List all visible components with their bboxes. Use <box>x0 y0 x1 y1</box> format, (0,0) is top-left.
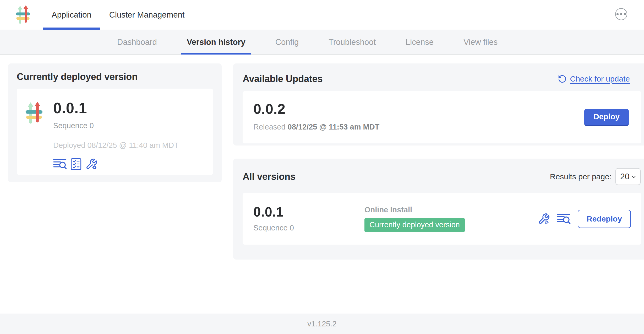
app-logo-arrows-icon <box>25 102 43 125</box>
deploy-button[interactable]: Deploy <box>584 109 629 126</box>
app-logo-arrows-icon <box>16 5 31 25</box>
row-version-number: 0.0.1 <box>253 205 364 219</box>
subnav-tab-view-files[interactable]: View files <box>458 30 503 54</box>
tab-application[interactable]: Application <box>43 0 100 30</box>
redeploy-button[interactable]: Redeploy <box>578 210 631 228</box>
deployed-version-number: 0.0.1 <box>53 101 179 116</box>
row-sequence: Sequence 0 <box>253 224 364 232</box>
deployed-timestamp: Deployed 08/12/25 @ 11:40 am MDT <box>53 141 179 150</box>
version-row-actions: Redeploy <box>538 210 641 228</box>
app-subnav: Dashboard Version history Config Trouble… <box>0 30 644 55</box>
view-logs-icon[interactable] <box>53 158 67 170</box>
preflight-checks-icon[interactable] <box>71 158 81 170</box>
all-versions-title: All versions <box>243 171 296 182</box>
version-row-status: Online Install Currently deployed versio… <box>364 206 538 232</box>
update-version-number: 0.0.2 <box>253 102 641 116</box>
version-row-info: 0.0.1 Sequence 0 <box>243 205 364 232</box>
status-badge: Currently deployed version <box>364 218 465 232</box>
deployed-version-panel: 0.0.1 Sequence 0 Deployed 08/12/25 @ 11:… <box>17 89 213 175</box>
refresh-icon <box>558 74 567 83</box>
deployed-sequence: Sequence 0 <box>53 121 179 130</box>
check-for-update-label: Check for update <box>570 74 630 83</box>
subnav-tab-config[interactable]: Config <box>270 30 305 54</box>
subnav-tab-dashboard[interactable]: Dashboard <box>111 30 163 54</box>
app-footer: v1.125.2 <box>0 314 644 334</box>
chevron-down-icon <box>631 174 637 180</box>
available-updates-card: Available Updates Check for update 0.0.2… <box>233 63 644 146</box>
available-updates-header: Available Updates Check for update <box>233 63 644 84</box>
released-prefix: Released <box>253 123 286 131</box>
subnav-tab-troubleshoot[interactable]: Troubleshoot <box>323 30 381 54</box>
results-per-page: Results per page: 20 <box>550 168 641 185</box>
right-column: Available Updates Check for update 0.0.2… <box>233 63 644 260</box>
available-update-row: 0.0.2 Released 08/12/25 @ 11:53 am MDT D… <box>243 91 641 143</box>
results-per-page-select[interactable]: 20 <box>615 168 641 185</box>
ellipsis-dot <box>624 13 626 15</box>
check-for-update-link[interactable]: Check for update <box>558 74 630 83</box>
deployed-action-icons <box>53 158 179 170</box>
edit-config-icon[interactable] <box>538 213 550 225</box>
deployed-version-info: 0.0.1 Sequence 0 Deployed 08/12/25 @ 11:… <box>53 101 179 175</box>
subnav-tab-license[interactable]: License <box>400 30 439 54</box>
edit-config-icon[interactable] <box>85 158 97 170</box>
ellipsis-menu-button[interactable] <box>615 8 627 20</box>
version-row: 0.0.1 Sequence 0 Online Install Currentl… <box>243 193 641 245</box>
update-released-line: Released 08/12/25 @ 11:53 am MDT <box>253 123 641 131</box>
all-versions-header: All versions Results per page: 20 <box>243 168 644 185</box>
results-per-page-value: 20 <box>620 172 630 181</box>
ellipsis-dot <box>616 13 619 15</box>
currently-deployed-card: Currently deployed version 0.0.1 Sequenc… <box>8 63 222 182</box>
tab-cluster-management[interactable]: Cluster Management <box>100 0 194 30</box>
currently-deployed-title: Currently deployed version <box>17 71 213 82</box>
available-updates-title: Available Updates <box>243 73 323 84</box>
console-version-label: v1.125.2 <box>307 320 336 328</box>
ellipsis-dot <box>620 13 622 15</box>
subnav-tab-version-history[interactable]: Version history <box>181 30 251 54</box>
top-navbar: Application Cluster Management <box>0 0 644 30</box>
topnav-tabs: Application Cluster Management <box>43 0 193 30</box>
all-versions-card: All versions Results per page: 20 0.0.1 … <box>233 159 644 260</box>
main-content: Currently deployed version 0.0.1 Sequenc… <box>0 55 644 314</box>
view-logs-icon[interactable] <box>557 213 571 225</box>
released-timestamp: 08/12/25 @ 11:53 am MDT <box>288 123 380 131</box>
install-type-label: Online Install <box>364 206 538 214</box>
results-per-page-label: Results per page: <box>550 172 612 181</box>
